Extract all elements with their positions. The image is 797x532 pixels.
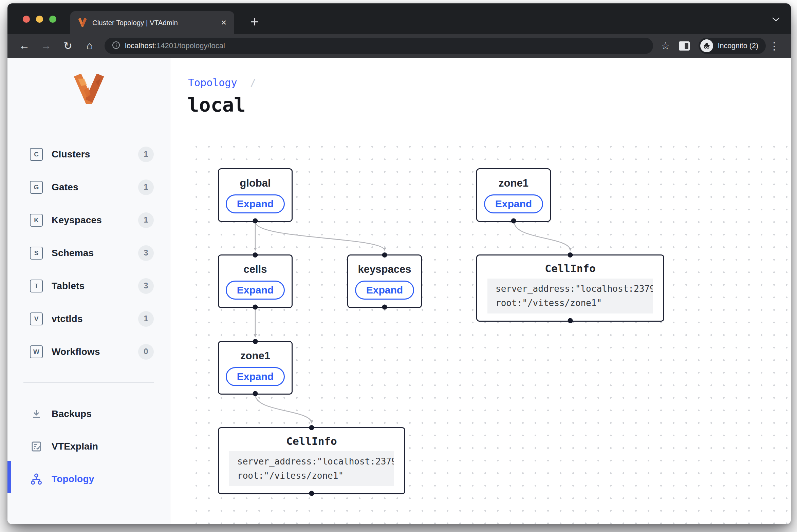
connection-handle xyxy=(568,252,573,258)
vitess-favicon-icon xyxy=(78,17,87,28)
screenshot: Cluster Topology | VTAdmin ✕ + ← → ↻ ⌂ l… xyxy=(0,0,797,532)
expand-button[interactable]: Expand xyxy=(226,194,285,213)
connection-handle xyxy=(382,305,387,310)
breadcrumb-separator: / xyxy=(250,77,256,89)
node-cellinfo-bottom: CellInfo server_address:"localhost:2379"… xyxy=(218,427,405,494)
sitemap-icon xyxy=(30,473,43,485)
count-badge: 3 xyxy=(138,245,154,261)
cellinfo-code: server_address:"localhost:2379" root:"/v… xyxy=(487,279,653,314)
url-text: localhost:14201/topology/local xyxy=(125,41,225,50)
workflows-letter-icon: W xyxy=(30,345,43,358)
schemas-letter-icon: S xyxy=(30,247,43,260)
sidebar-item-backups[interactable]: Backups xyxy=(7,398,170,430)
count-badge: 1 xyxy=(138,311,154,327)
sidebar-item-topology[interactable]: Topology xyxy=(7,463,170,495)
sidebar-item-gates[interactable]: G Gates 1 xyxy=(7,171,170,204)
node-label: global xyxy=(240,177,271,189)
sidebar-item-schemas[interactable]: S Schemas 3 xyxy=(7,236,170,269)
connection-handle xyxy=(253,218,258,224)
connection-handle xyxy=(382,252,387,258)
node-global: global Expand xyxy=(218,168,293,222)
node-label: keyspaces xyxy=(358,263,411,276)
sidebar-item-label: Tablets xyxy=(52,281,85,291)
page-content: C Clusters 1 G Gates 1 K Keyspaces 1 xyxy=(7,58,791,524)
expand-button[interactable]: Expand xyxy=(226,367,285,386)
download-icon xyxy=(30,408,43,419)
sidebar-item-label: Backups xyxy=(52,408,92,419)
sidebar-item-workflows[interactable]: W Workflows 0 xyxy=(7,335,170,368)
code-line: server_address:"localhost:2379" xyxy=(496,282,645,296)
tab-title: Cluster Topology | VTAdmin xyxy=(92,19,178,27)
node-label: zone1 xyxy=(240,350,270,362)
sidebar-item-keyspaces[interactable]: K Keyspaces 1 xyxy=(7,204,170,236)
code-line: root:"/vitess/zone1" xyxy=(496,296,645,310)
expand-button[interactable]: Expand xyxy=(355,281,414,300)
sidebar-secondary-nav: Backups VTExplain Topology xyxy=(7,398,170,495)
count-badge: 1 xyxy=(138,147,154,162)
node-cells: cells Expand xyxy=(218,254,293,308)
tab-search-chevron-icon[interactable] xyxy=(772,17,780,23)
traffic-lights xyxy=(23,16,56,23)
back-icon[interactable]: ← xyxy=(14,40,35,52)
tablets-letter-icon: T xyxy=(30,280,43,292)
page-title: local xyxy=(187,94,246,116)
sidebar-item-label: Workflows xyxy=(52,346,100,357)
sidebar-item-label: VTExplain xyxy=(52,441,98,452)
connection-handle xyxy=(253,305,258,310)
sidebar-item-vtexplain[interactable]: VTExplain xyxy=(7,430,170,463)
sidebar-item-label: Topology xyxy=(52,474,94,484)
sidebar-item-label: Keyspaces xyxy=(52,215,102,226)
expand-button[interactable]: Expand xyxy=(226,281,285,300)
connection-handle xyxy=(568,318,573,323)
sidebar: C Clusters 1 G Gates 1 K Keyspaces 1 xyxy=(7,58,170,524)
node-label: cells xyxy=(244,263,267,276)
sidebar-item-label: Gates xyxy=(52,182,78,193)
vitess-logo xyxy=(7,74,170,104)
bookmark-star-icon[interactable]: ☆ xyxy=(656,40,674,52)
node-zone1-top: zone1 Expand xyxy=(476,168,551,222)
connection-handle xyxy=(511,218,516,224)
count-badge: 1 xyxy=(138,212,154,228)
code-line: root:"/vitess/zone1" xyxy=(237,469,386,483)
cellinfo-code: server_address:"localhost:2379" root:"/v… xyxy=(229,451,394,486)
side-panel-icon[interactable] xyxy=(679,41,690,51)
code-line: server_address:"localhost:2379" xyxy=(237,455,386,469)
topology-canvas[interactable]: global Expand zone1 Expand cells Expand xyxy=(187,136,791,524)
sidebar-item-label: Schemas xyxy=(52,248,94,259)
sidebar-item-vtctlds[interactable]: V vtctlds 1 xyxy=(7,302,170,335)
minimize-window-button[interactable] xyxy=(36,16,43,23)
node-label: zone1 xyxy=(499,177,529,189)
tab-strip: Cluster Topology | VTAdmin ✕ + xyxy=(7,3,791,34)
sidebar-item-label: vtctlds xyxy=(52,314,83,324)
gates-letter-icon: G xyxy=(30,181,43,194)
node-label: CellInfo xyxy=(545,262,595,274)
home-icon[interactable]: ⌂ xyxy=(79,40,100,52)
url-bar[interactable]: localhost:14201/topology/local xyxy=(105,38,653,54)
connection-handle xyxy=(253,339,258,344)
node-keyspaces: keyspaces Expand xyxy=(347,254,422,308)
tab-cluster-topology[interactable]: Cluster Topology | VTAdmin ✕ xyxy=(70,11,234,34)
sidebar-item-label: Clusters xyxy=(52,149,90,160)
clusters-letter-icon: C xyxy=(30,148,43,161)
incognito-badge[interactable]: Incognito (2) xyxy=(699,38,766,54)
count-badge: 0 xyxy=(138,344,154,360)
sidebar-item-clusters[interactable]: C Clusters 1 xyxy=(7,138,170,171)
sidebar-item-tablets[interactable]: T Tablets 3 xyxy=(7,269,170,302)
browser-window: Cluster Topology | VTAdmin ✕ + ← → ↻ ⌂ l… xyxy=(7,3,791,524)
url-host: localhost xyxy=(125,41,154,50)
count-badge: 3 xyxy=(138,278,154,294)
active-item-indicator xyxy=(7,461,11,493)
tab-close-icon[interactable]: ✕ xyxy=(221,19,227,26)
zoom-window-button[interactable] xyxy=(49,16,56,23)
sidebar-divider xyxy=(23,382,154,383)
forward-icon[interactable]: → xyxy=(35,40,57,52)
expand-button[interactable]: Expand xyxy=(484,194,543,213)
close-window-button[interactable] xyxy=(23,16,30,23)
site-info-icon[interactable] xyxy=(112,41,120,51)
browser-menu-icon[interactable]: ⋮ xyxy=(766,40,783,52)
reload-icon[interactable]: ↻ xyxy=(57,40,79,52)
breadcrumb: Topology / xyxy=(188,77,256,89)
new-tab-button[interactable]: + xyxy=(245,13,264,32)
breadcrumb-topology-link[interactable]: Topology xyxy=(188,77,237,89)
connection-handle xyxy=(253,391,258,396)
